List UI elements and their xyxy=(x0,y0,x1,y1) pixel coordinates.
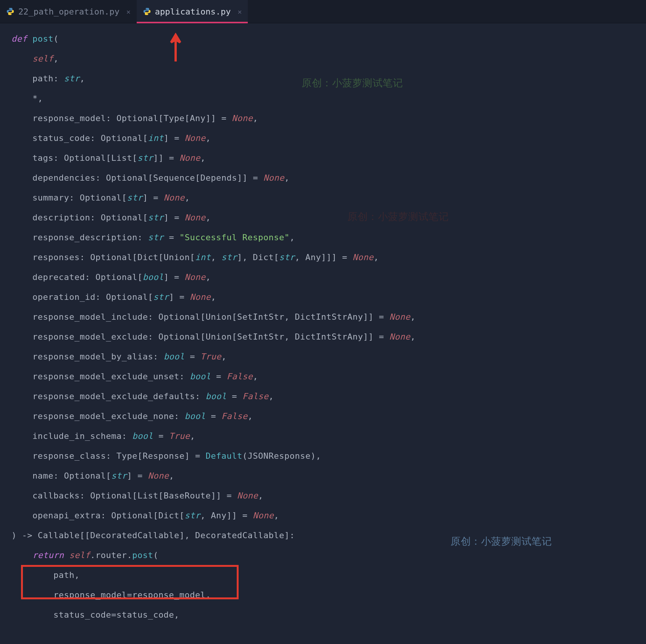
code-line: response_model: Optional[Type[Any]] = No… xyxy=(11,108,646,128)
code-line: response_class: Type[Response] = Default… xyxy=(11,446,646,466)
code-line: return self.router.post( xyxy=(11,545,646,565)
python-icon xyxy=(6,7,15,16)
code-line: ) -> Callable[[DecoratedCallable], Decor… xyxy=(11,526,646,545)
code-line: openapi_extra: Optional[Dict[str, Any]] … xyxy=(11,506,646,526)
code-line: description: Optional[str] = None, xyxy=(11,208,646,228)
code-line: response_model_exclude_none: bool = Fals… xyxy=(11,406,646,426)
code-line: response_model_exclude_unset: bool = Fal… xyxy=(11,367,646,387)
python-icon xyxy=(143,7,151,16)
tab-inactive[interactable]: 22_path_operation.py ✕ xyxy=(0,0,137,23)
code-line: *, xyxy=(11,89,646,108)
close-icon[interactable]: ✕ xyxy=(237,8,242,16)
code-line: self, xyxy=(11,49,646,69)
tab-label: 22_path_operation.py xyxy=(18,7,120,16)
code-line: response_model_exclude_defaults: bool = … xyxy=(11,387,646,406)
code-line: operation_id: Optional[str] = None, xyxy=(11,287,646,307)
code-line: response_model_include: Optional[Union[S… xyxy=(11,307,646,327)
code-line: responses: Optional[Dict[Union[int, str]… xyxy=(11,248,646,267)
code-line: response_model=response_model, xyxy=(11,585,646,605)
code-line: status_code: Optional[int] = None, xyxy=(11,128,646,148)
code-line: include_in_schema: bool = True, xyxy=(11,426,646,446)
code-line: def post( xyxy=(11,29,646,49)
code-line: callbacks: Optional[List[BaseRoute]] = N… xyxy=(11,486,646,506)
code-line: name: Optional[str] = None, xyxy=(11,466,646,486)
tab-label: applications.py xyxy=(155,7,231,16)
code-line: path, xyxy=(11,565,646,585)
code-line: dependencies: Optional[Sequence[Depends]… xyxy=(11,168,646,188)
code-line: response_model_by_alias: bool = True, xyxy=(11,347,646,367)
code-line: summary: Optional[str] = None, xyxy=(11,188,646,208)
close-icon[interactable]: ✕ xyxy=(126,8,131,16)
tab-active[interactable]: applications.py ✕ xyxy=(137,0,248,23)
tab-bar: 22_path_operation.py ✕ applications.py ✕ xyxy=(0,0,646,23)
code-line: path: str, xyxy=(11,69,646,89)
code-line: tags: Optional[List[str]] = None, xyxy=(11,148,646,168)
code-line: status_code=status_code, xyxy=(11,605,646,625)
code-line: response_model_exclude: Optional[Union[S… xyxy=(11,327,646,347)
code-editor[interactable]: 原创：小菠萝测试笔记 原创：小菠萝测试笔记 原创：小菠萝测试笔记 def pos… xyxy=(0,23,646,625)
code-line: deprecated: Optional[bool] = None, xyxy=(11,267,646,287)
code-line: response_description: str = "Successful … xyxy=(11,228,646,248)
